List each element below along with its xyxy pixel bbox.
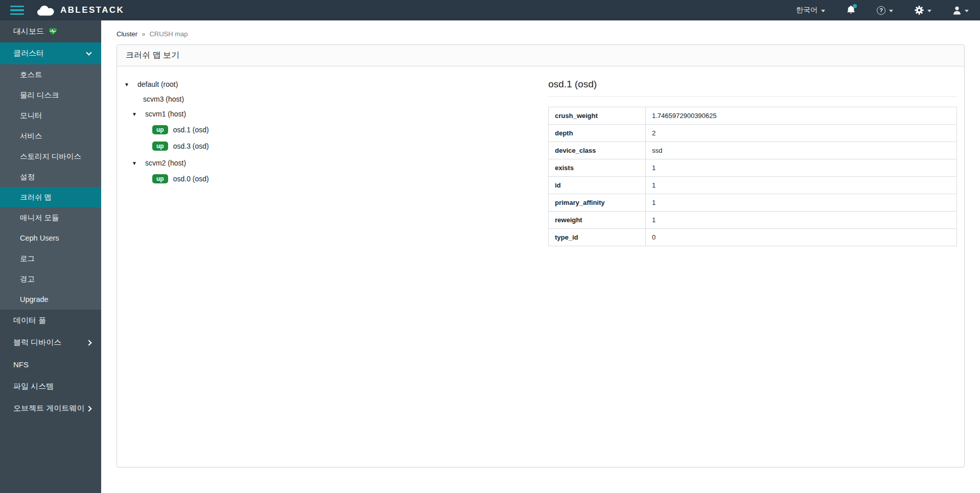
detail-value: 2 [646, 125, 957, 142]
table-row: reweight 1 [549, 212, 957, 229]
language-dropdown[interactable]: 한국어 [785, 0, 836, 20]
tree-node-label: osd.3 (osd) [173, 142, 209, 150]
table-row: device_class ssd [549, 142, 957, 159]
chevron-right-icon [86, 340, 91, 345]
detail-value: 1 [646, 194, 957, 212]
brand-name: ABLESTACK [60, 5, 124, 15]
sidebar-item-label: 대시보드 [13, 27, 44, 36]
breadcrumb-separator: » [142, 30, 145, 38]
sidebar-item-logs[interactable]: 로그 [0, 248, 101, 269]
detail-value: 1 [646, 159, 957, 177]
tree-node-label: osd.0 (osd) [173, 175, 209, 183]
detail-key: device_class [549, 142, 646, 159]
bell-icon [847, 5, 855, 16]
user-dropdown[interactable] [942, 0, 973, 20]
tree-expander-icon[interactable]: ▼ [124, 82, 133, 87]
crush-map-card: 크러쉬 맵 보기 ▼ default (root) scvm3 (host) ▼… [116, 44, 965, 467]
caret-down-icon [889, 10, 893, 12]
detail-key: type_id [549, 229, 646, 246]
crush-tree: ▼ default (root) scvm3 (host) ▼ scvm1 (h… [124, 74, 548, 246]
detail-key: reweight [549, 212, 646, 229]
top-navbar: ABLESTACK 한국어 ? [0, 0, 980, 20]
table-row: crush_weight 1.7465972900390625 [549, 107, 957, 125]
tree-node-scvm2[interactable]: ▼ scvm2 (host) [124, 156, 548, 170]
notifications-button[interactable] [836, 0, 866, 20]
status-badge-up: up [152, 174, 168, 183]
detail-value: 1 [646, 212, 957, 229]
tree-node-osd-1[interactable]: up osd.1 (osd) [124, 122, 548, 137]
card-title: 크러쉬 맵 보기 [126, 51, 179, 59]
sidebar-item-file-systems[interactable]: 파일 시스템 [0, 375, 101, 397]
tree-node-osd-0[interactable]: up osd.0 (osd) [124, 171, 548, 186]
sidebar-item-crush-map[interactable]: 크러쉬 맵 [0, 187, 101, 207]
status-badge-up: up [152, 142, 168, 151]
tree-node-osd-3[interactable]: up osd.3 (osd) [124, 138, 548, 153]
tree-expander-icon[interactable]: ▼ [132, 160, 141, 166]
sidebar-item-dashboard[interactable]: 대시보드 [0, 20, 101, 42]
tree-node-label: scvm1 (host) [145, 110, 186, 118]
breadcrumb-current: CRUSH map [149, 30, 188, 38]
tree-node-scvm3[interactable]: scvm3 (host) [124, 92, 548, 106]
node-detail-panel: osd.1 (osd) crush_weight 1.7465972900390… [548, 74, 957, 246]
navbar-right: 한국어 ? [785, 0, 980, 20]
sidebar-item-block-devices[interactable]: 블럭 디바이스 [0, 332, 101, 354]
detail-value: 1.7465972900390625 [646, 107, 957, 125]
tree-node-default-root[interactable]: ▼ default (root) [124, 78, 548, 91]
breadcrumb: Cluster » CRUSH map [116, 30, 965, 38]
tree-node-label: osd.1 (osd) [173, 126, 209, 134]
sidebar-item-label: NFS [13, 360, 29, 369]
sidebar-item-manager-modules[interactable]: 매니저 모듈 [0, 207, 101, 228]
table-row: depth 2 [549, 125, 957, 142]
table-row: type_id 0 [549, 229, 957, 246]
sidebar-item-configuration[interactable]: 설정 [0, 167, 101, 187]
sidebar-item-monitors[interactable]: 모니터 [0, 105, 101, 126]
navbar-left: ABLESTACK [0, 0, 124, 20]
detail-title: osd.1 (osd) [548, 79, 957, 97]
help-icon: ? [877, 6, 885, 15]
caret-down-icon [821, 10, 825, 12]
chevron-right-icon [86, 406, 91, 411]
sidebar-item-label: 데이터 풀 [13, 316, 46, 325]
sidebar-item-cluster[interactable]: 클러스터 [0, 42, 101, 64]
menu-icon[interactable] [10, 6, 25, 15]
sidebar-nav: 대시보드 클러스터 호스트 물리 디스크 모니터 서비스 스토리지 디바이스 설… [0, 20, 101, 493]
sidebar-item-nfs[interactable]: NFS [0, 354, 101, 375]
sidebar-item-label: 파일 시스템 [13, 382, 54, 391]
table-row: id 1 [549, 177, 957, 194]
tree-node-label: default (root) [137, 80, 178, 88]
tree-node-label: scvm2 (host) [145, 159, 186, 167]
card-header: 크러쉬 맵 보기 [117, 45, 964, 66]
status-badge-up: up [152, 125, 168, 134]
detail-value: ssd [646, 142, 957, 159]
cloud-icon [37, 5, 56, 16]
app-window: ABLESTACK 한국어 ? [0, 0, 980, 493]
help-dropdown[interactable]: ? [866, 0, 904, 20]
sidebar-item-object-gateway[interactable]: 오브젝트 게이트웨이 [0, 397, 101, 419]
brand-logo[interactable]: ABLESTACK [37, 5, 124, 16]
heartbeat-icon [49, 28, 57, 35]
sidebar-item-services[interactable]: 서비스 [0, 126, 101, 146]
detail-table: crush_weight 1.7465972900390625 depth 2 … [548, 107, 957, 246]
sidebar-item-pools[interactable]: 데이터 풀 [0, 310, 101, 332]
card-body: ▼ default (root) scvm3 (host) ▼ scvm1 (h… [117, 66, 964, 253]
tree-node-scvm1[interactable]: ▼ scvm1 (host) [124, 107, 548, 121]
sidebar-item-alerts[interactable]: 경고 [0, 269, 101, 289]
sidebar-item-physical-disks[interactable]: 물리 디스크 [0, 85, 101, 105]
cluster-submenu: 호스트 물리 디스크 모니터 서비스 스토리지 디바이스 설정 크러쉬 맵 매니… [0, 64, 101, 310]
detail-key: exists [549, 159, 646, 177]
sidebar-item-label: 클러스터 [13, 49, 44, 58]
settings-dropdown[interactable] [904, 0, 942, 20]
tree-expander-icon[interactable]: ▼ [132, 111, 141, 117]
detail-value: 0 [646, 229, 957, 246]
sidebar-item-hosts[interactable]: 호스트 [0, 64, 101, 85]
sidebar-item-ceph-users[interactable]: Ceph Users [0, 228, 101, 248]
detail-key: id [549, 177, 646, 194]
detail-value: 1 [646, 177, 957, 194]
notification-dot [853, 4, 857, 8]
chevron-down-icon [86, 50, 91, 55]
breadcrumb-cluster-link[interactable]: Cluster [116, 30, 137, 38]
language-label: 한국어 [796, 6, 818, 15]
detail-key: crush_weight [549, 107, 646, 125]
sidebar-item-storage-devices[interactable]: 스토리지 디바이스 [0, 146, 101, 167]
sidebar-item-upgrade[interactable]: Upgrade [0, 289, 101, 310]
